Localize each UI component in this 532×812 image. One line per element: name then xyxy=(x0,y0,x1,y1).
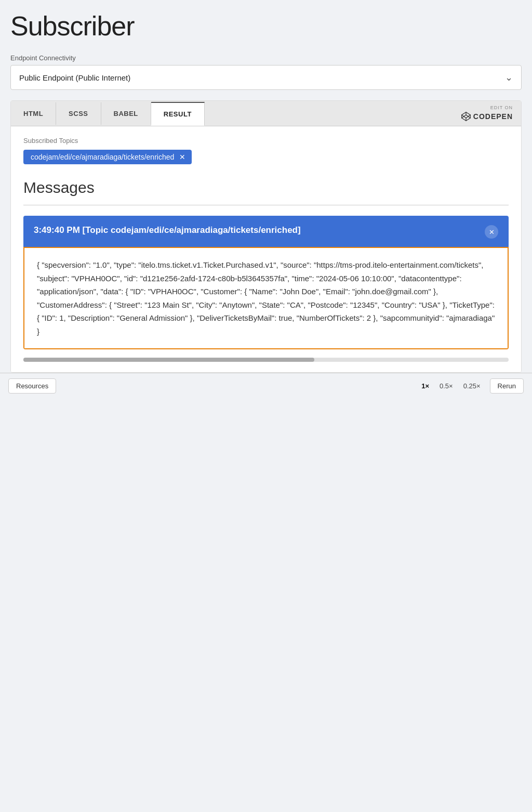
codepen-brand-text: CODEPEN xyxy=(473,112,513,121)
topic-tag-text: codejam/edi/ce/ajmaradiaga/tickets/enric… xyxy=(31,153,174,161)
endpoint-section: Endpoint Connectivity Public Endpoint (P… xyxy=(10,54,522,90)
codepen-container: HTML SCSS Babel Result EDIT ON CODEPEN xyxy=(10,100,522,373)
messages-title: Messages xyxy=(23,179,509,197)
endpoint-dropdown[interactable]: Public Endpoint (Public Internet) ⌄ xyxy=(10,65,522,90)
zoom-05x-button[interactable]: 0.5× xyxy=(436,380,456,392)
message-header-text: 3:49:40 PM [Topic codejam/edi/ce/ajmarad… xyxy=(34,224,301,237)
rerun-button[interactable]: Rerun xyxy=(490,378,524,394)
message-close-button[interactable]: ✕ xyxy=(485,225,498,239)
tab-html[interactable]: HTML xyxy=(11,102,56,125)
result-panel: Subscribed Topics codejam/edi/ce/ajmarad… xyxy=(11,126,521,372)
chevron-down-icon: ⌄ xyxy=(505,72,513,83)
message-body-text: { "specversion": "1.0", "type": "itelo.t… xyxy=(37,260,495,336)
tab-scss[interactable]: SCSS xyxy=(56,102,101,125)
message-header: 3:49:40 PM [Topic codejam/edi/ce/ajmarad… xyxy=(23,216,509,247)
codepen-icon xyxy=(461,111,471,122)
scroll-indicator[interactable] xyxy=(23,358,509,362)
codepen-logo[interactable]: EDIT ON CODEPEN xyxy=(453,101,521,126)
bottom-bar: Resources 1× 0.5× 0.25× Rerun xyxy=(0,373,532,399)
message-card: 3:49:40 PM [Topic codejam/edi/ce/ajmarad… xyxy=(23,216,509,349)
resources-button[interactable]: Resources xyxy=(8,378,56,394)
messages-divider xyxy=(23,205,509,205)
edit-on-text: EDIT ON xyxy=(490,105,513,110)
remove-topic-button[interactable]: ✕ xyxy=(178,153,187,161)
page-title: Subscriber xyxy=(10,10,522,42)
endpoint-label: Endpoint Connectivity xyxy=(10,54,522,62)
scroll-thumb xyxy=(23,358,314,362)
codepen-brand: CODEPEN xyxy=(461,111,513,122)
message-body: { "specversion": "1.0", "type": "itelo.t… xyxy=(23,247,509,349)
topic-tag: codejam/edi/ce/ajmaradiaga/tickets/enric… xyxy=(23,150,192,164)
zoom-controls: 1× 0.5× 0.25× xyxy=(418,380,483,392)
tab-result[interactable]: Result xyxy=(151,102,205,126)
codepen-tabs: HTML SCSS Babel Result EDIT ON CODEPEN xyxy=(11,101,521,126)
subscribed-topics-label: Subscribed Topics xyxy=(23,137,509,145)
topic-tags-row: codejam/edi/ce/ajmaradiaga/tickets/enric… xyxy=(23,150,509,164)
tab-babel[interactable]: Babel xyxy=(101,102,151,125)
zoom-025x-button[interactable]: 0.25× xyxy=(460,380,484,392)
zoom-1x-button[interactable]: 1× xyxy=(418,380,432,392)
endpoint-value: Public Endpoint (Public Internet) xyxy=(19,73,130,82)
